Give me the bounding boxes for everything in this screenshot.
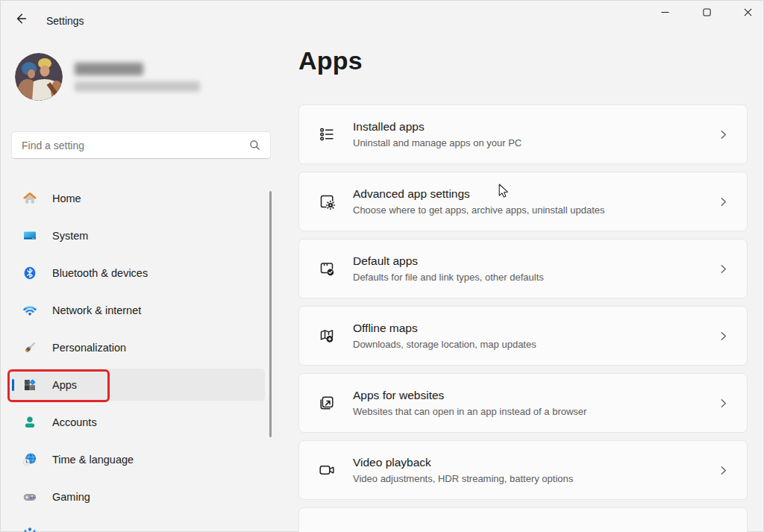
search-input[interactable] xyxy=(12,140,249,151)
search-box xyxy=(11,131,271,159)
mouse-cursor xyxy=(498,184,510,199)
sidebar-item-label: Gaming xyxy=(52,491,90,503)
sidebar-item-system[interactable]: System xyxy=(11,219,265,251)
card-title: Startup xyxy=(353,528,390,532)
sidebar-item-apps[interactable]: Apps xyxy=(11,369,265,401)
card-title: Advanced app settings xyxy=(353,187,605,201)
sidebar-item-label: Apps xyxy=(52,379,77,391)
card-title: Video playback xyxy=(353,455,573,470)
search-icon xyxy=(249,140,260,151)
sidebar-item-accounts[interactable]: Accounts xyxy=(11,406,265,438)
page-title: Apps xyxy=(298,46,363,75)
card-subtitle: Uninstall and manage apps on your PC xyxy=(353,137,522,149)
apps-for-websites-icon xyxy=(318,394,336,412)
close-icon xyxy=(744,8,752,16)
accessibility-icon xyxy=(22,527,37,532)
sidebar-item-label: Personalization xyxy=(52,342,126,354)
card-offline-maps[interactable]: Offline maps Downloads, storage location… xyxy=(298,306,748,366)
card-subtitle: Websites that can open in an app instead… xyxy=(353,406,586,418)
chevron-right-icon xyxy=(718,263,729,275)
gaming-icon xyxy=(22,489,37,504)
system-icon xyxy=(22,228,37,243)
user-name-redacted xyxy=(75,63,143,75)
sidebar-item-personalization[interactable]: Personalization xyxy=(11,331,265,363)
sidebar-item-label: Time & language xyxy=(52,454,134,466)
sidebar-item-label: Bluetooth & devices xyxy=(52,267,148,279)
sidebar-item-bluetooth-devices[interactable]: Bluetooth & devices xyxy=(11,257,265,289)
sidebar-item-gaming[interactable]: Gaming xyxy=(11,481,265,513)
sidebar-item-label: Accounts xyxy=(52,416,97,428)
user-avatar xyxy=(15,53,63,101)
maximize-button[interactable] xyxy=(690,0,723,25)
settings-window: { "window": { "title": "Settings" }, "si… xyxy=(0,0,764,532)
advanced-app-settings-icon xyxy=(318,193,336,210)
home-icon xyxy=(22,191,37,206)
sidebar: Home System Bluetooth & devices Network … xyxy=(0,36,284,532)
sidebar-item-network-internet[interactable]: Network & internet xyxy=(11,294,265,326)
apps-icon xyxy=(22,378,37,392)
chevron-right-icon xyxy=(718,465,729,476)
time-language-icon xyxy=(22,452,37,467)
card-video-playback[interactable]: Video playback Video adjustments, HDR st… xyxy=(298,440,748,500)
card-subtitle: Choose where to get apps, archive apps, … xyxy=(353,204,605,216)
card-title: Default apps xyxy=(353,254,544,269)
bluetooth-icon xyxy=(22,266,37,281)
chevron-right-icon xyxy=(718,129,729,140)
sidebar-scrollbar[interactable] xyxy=(269,191,272,437)
card-title: Apps for websites xyxy=(353,388,586,403)
card-installed-apps[interactable]: Installed apps Uninstall and manage apps… xyxy=(298,104,748,164)
sidebar-nav: Home System Bluetooth & devices Network … xyxy=(0,182,284,532)
personalization-icon xyxy=(22,340,37,355)
titlebar: Settings xyxy=(0,0,764,36)
installed-apps-icon xyxy=(318,125,336,143)
startup-icon xyxy=(318,528,336,532)
accounts-icon xyxy=(22,415,37,430)
user-email-redacted xyxy=(75,81,200,92)
offline-maps-icon xyxy=(318,327,336,345)
card-title: Offline maps xyxy=(353,321,536,336)
chevron-right-icon xyxy=(718,196,729,207)
card-default-apps[interactable]: Default apps Defaults for file and link … xyxy=(298,239,748,298)
card-subtitle: Downloads, storage location, map updates xyxy=(353,339,536,351)
window-title: Settings xyxy=(46,15,84,27)
maximize-icon xyxy=(703,8,711,16)
sidebar-item-label: Home xyxy=(52,193,81,204)
sidebar-item-time-language[interactable]: Time & language xyxy=(11,443,265,475)
chevron-right-icon xyxy=(718,331,729,342)
settings-card-list: Installed apps Uninstall and manage apps… xyxy=(298,104,748,532)
selected-accent-pill xyxy=(12,379,14,391)
card-subtitle: Defaults for file and link types, other … xyxy=(353,272,544,284)
back-arrow-icon xyxy=(14,12,28,25)
card-subtitle: Video adjustments, HDR streaming, batter… xyxy=(353,473,573,485)
minimize-icon xyxy=(661,8,669,16)
sidebar-item-accessibility[interactable] xyxy=(11,518,265,532)
card-apps-for-websites[interactable]: Apps for websites Websites that can open… xyxy=(298,373,748,433)
card-startup[interactable]: Startup xyxy=(298,507,748,532)
sidebar-item-home[interactable]: Home xyxy=(11,182,265,214)
network-icon xyxy=(22,303,37,318)
close-button[interactable] xyxy=(732,0,764,25)
chevron-right-icon xyxy=(718,398,729,409)
card-advanced-app-settings[interactable]: Advanced app settings Choose where to ge… xyxy=(298,172,748,231)
sidebar-item-label: System xyxy=(52,230,88,242)
default-apps-icon xyxy=(318,260,336,278)
card-title: Installed apps xyxy=(353,119,522,134)
back-button[interactable] xyxy=(10,10,32,28)
user-profile-section[interactable] xyxy=(0,36,284,118)
video-playback-icon xyxy=(318,461,336,479)
minimize-button[interactable] xyxy=(648,0,681,25)
sidebar-item-label: Network & internet xyxy=(52,304,141,316)
